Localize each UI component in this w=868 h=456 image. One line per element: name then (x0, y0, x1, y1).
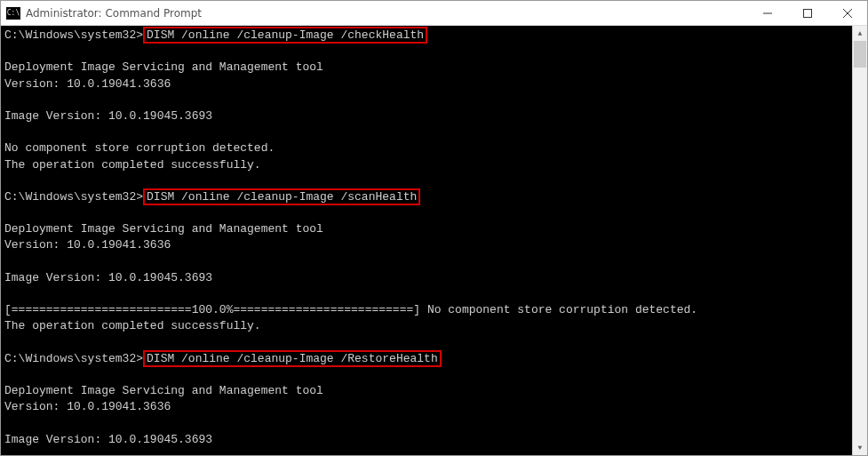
prompt-text: C:\Windows\system32> (4, 352, 143, 365)
scrollbar-thumb[interactable] (854, 41, 866, 68)
output-line: The operation completed successfully. (4, 319, 261, 332)
output-line: Deployment Image Servicing and Managemen… (4, 222, 323, 236)
svg-rect-1 (803, 9, 811, 17)
output-line: Deployment Image Servicing and Managemen… (4, 60, 323, 74)
scrollbar-track[interactable] (853, 41, 867, 440)
maximize-icon (803, 9, 812, 18)
output-line: Version: 10.0.19041.3636 (4, 238, 171, 252)
output-line: [==========================100.0%=======… (4, 303, 697, 316)
command-checkhealth: DISM /online /cleanup-Image /checkHealth (143, 27, 427, 44)
command-restorehealth: DISM /online /cleanup-Image /RestoreHeal… (143, 350, 442, 367)
cmd-icon: C:\ (6, 7, 20, 20)
command-prompt-window: C:\ Administrator: Command Prompt C:\Win… (0, 0, 868, 456)
scroll-up-arrow-icon[interactable]: ▲ (853, 26, 867, 41)
titlebar[interactable]: C:\ Administrator: Command Prompt (1, 1, 867, 26)
prompt-text: C:\Windows\system32> (4, 28, 143, 42)
output-line: Version: 10.0.19041.3636 (4, 77, 171, 91)
content-area: C:\Windows\system32>DISM /online /cleanu… (1, 26, 867, 455)
output-line: Image Version: 10.0.19045.3693 (4, 433, 212, 446)
minimize-button[interactable] (747, 1, 787, 26)
close-icon (843, 9, 852, 18)
vertical-scrollbar[interactable]: ▲ ▼ (852, 26, 867, 455)
maximize-button[interactable] (787, 1, 827, 26)
close-button[interactable] (827, 1, 867, 26)
output-line: Image Version: 10.0.19045.3693 (4, 109, 212, 123)
output-line: Image Version: 10.0.19045.3693 (4, 271, 212, 284)
output-line: No component store corruption detected. (4, 141, 275, 155)
window-title: Administrator: Command Prompt (26, 7, 747, 20)
prompt-text: C:\Windows\system32> (4, 190, 143, 204)
command-scanhealth: DISM /online /cleanup-Image /scanHealth (143, 188, 420, 205)
output-line: Deployment Image Servicing and Managemen… (4, 384, 323, 397)
scroll-down-arrow-icon[interactable]: ▼ (853, 440, 867, 455)
terminal-output[interactable]: C:\Windows\system32>DISM /online /cleanu… (1, 26, 852, 455)
output-line: Version: 10.0.19041.3636 (4, 400, 171, 413)
window-controls (747, 1, 867, 26)
output-line: The operation completed successfully. (4, 158, 261, 172)
minimize-icon (763, 9, 772, 18)
